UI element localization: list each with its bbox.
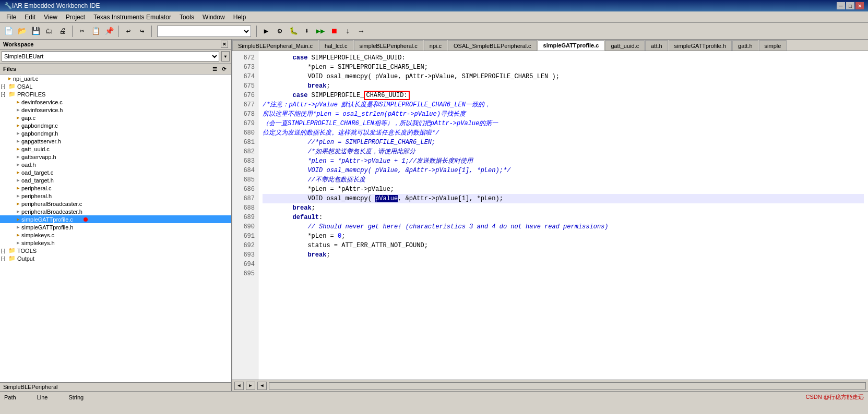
download-button[interactable]: ⬇	[301, 25, 313, 38]
tree-item-simplekeys-c[interactable]: ▸simplekeys.c	[0, 231, 231, 239]
tree-item-gapbondmgr-h[interactable]: ▸gapbondmgr.h	[0, 129, 231, 137]
tree-item-Output[interactable]: [-]📁Output	[0, 254, 231, 262]
new-button[interactable]: 📄	[2, 25, 15, 38]
menu-item-window[interactable]: Window	[198, 13, 229, 22]
horizontal-scrollbar[interactable]	[269, 382, 866, 389]
tree-item-oad_target-h[interactable]: ▸oad_target.h	[0, 176, 231, 184]
tree-expand-icon: [-]	[1, 248, 8, 253]
tree-item-OSAL[interactable]: [-]📁OSAL	[0, 82, 231, 90]
code-line-673[interactable]: *pLen = SIMPLEPROFILE_CHAR5_LEN;	[263, 63, 864, 72]
tree-item-devinfoservice-h[interactable]: ▸devinfoservice.h	[0, 106, 231, 114]
code-line-678[interactable]: 所以这里不能使用*pLen = osal_strlen(pAttr->pValu…	[263, 109, 864, 119]
paste-button[interactable]: 📌	[103, 25, 115, 38]
scroll-right-button[interactable]: ▶	[246, 382, 255, 390]
tab-6[interactable]: gatt_uuid.c	[605, 40, 645, 51]
refresh-button[interactable]: ⟳	[220, 65, 228, 73]
tree-item-simplekeys-h[interactable]: ▸simplekeys.h	[0, 239, 231, 247]
tab-4[interactable]: OSAL_SimpleBLEPeripheral.c	[448, 40, 537, 51]
step-button[interactable]: ↓	[341, 25, 354, 38]
save-button[interactable]: 💾	[29, 25, 42, 38]
tab-1[interactable]: hal_lcd.c	[319, 40, 353, 51]
code-line-679[interactable]: （会一直SIMPLEPROFILE_CHAR6_LEN相等），所以我们把pAtt…	[263, 119, 864, 128]
undo-button[interactable]: ↩	[122, 25, 135, 38]
code-line-682[interactable]: //*pLen = SIMPLEPROFILE_CHAR6_LEN;	[263, 138, 864, 147]
code-line-695[interactable]: break;	[263, 250, 864, 260]
menu-item-view[interactable]: View	[40, 13, 62, 22]
copy-button[interactable]: 📋	[89, 25, 102, 38]
tree-item-oad_target-c[interactable]: ▸oad_target.c	[0, 168, 231, 176]
file-tree: ▸npi_uart.c[-]📁OSAL[-]📁PROFILES▸devinfos…	[0, 75, 231, 382]
filter-button[interactable]: ☰	[210, 65, 219, 73]
tree-item-simpleGATTprofile-h[interactable]: ▸simpleGATTprofile.h	[0, 223, 231, 231]
tree-item-PROFILES[interactable]: [-]📁PROFILES	[0, 90, 231, 98]
tab-5[interactable]: simpleGATTprofile.c	[538, 40, 605, 51]
tree-item-gap-c[interactable]: ▸gap.c	[0, 114, 231, 121]
menu-item-help[interactable]: Help	[229, 13, 251, 22]
menu-item-file[interactable]: File	[2, 13, 20, 22]
code-line-676[interactable]: case SIMPLEPROFILE_CHAR6_UUID:	[263, 91, 864, 100]
code-line-683[interactable]: /*如果想发送带包长度，请使用此部分	[263, 147, 864, 156]
code-line-693[interactable]: *pLen = 0;	[263, 232, 864, 241]
redo-button[interactable]: ↪	[136, 25, 148, 38]
code-line-674[interactable]: VOID osal_memcpy( pValue, pAttr->pValue,…	[263, 72, 864, 81]
code-line-686[interactable]: //不带此包数据长度	[263, 175, 864, 185]
close-button[interactable]: ✕	[855, 2, 864, 9]
tree-item-gapbondmgr-c[interactable]: ▸gapbondmgr.c	[0, 121, 231, 129]
menu-item-project[interactable]: Project	[62, 13, 89, 22]
maximize-button[interactable]: □	[846, 2, 854, 9]
tab-3[interactable]: npi.c	[424, 40, 447, 51]
code-line-687[interactable]: *pLen = *pAttr->pValue;	[263, 185, 864, 194]
tab-10[interactable]: simple	[759, 40, 787, 51]
compile-button[interactable]: ▶	[260, 25, 272, 38]
tree-item-npi_uart-c[interactable]: ▸npi_uart.c	[0, 75, 231, 82]
code-line-675[interactable]: break;	[263, 81, 864, 91]
stepover-button[interactable]: →	[355, 25, 367, 38]
build-button[interactable]: ⚙	[274, 25, 286, 38]
workspace-project-select[interactable]: SimpleBLEUart	[2, 51, 219, 62]
code-line-690[interactable]: break;	[263, 203, 864, 213]
tree-file-icon: ▸	[17, 161, 20, 168]
tree-item-peripheral-h[interactable]: ▸peripheral.h	[0, 192, 231, 200]
code-line-691[interactable]: default:	[263, 213, 864, 222]
stop-button[interactable]: ⏹	[328, 25, 340, 38]
code-line-672[interactable]: case SIMPLEPROFILE_CHAR5_UUID:	[263, 53, 864, 63]
tab-2[interactable]: simpleBLEPeripheral.c	[354, 40, 423, 51]
save-all-button[interactable]: 🗂	[43, 25, 55, 38]
tree-item-gatt_uuid-c[interactable]: ▸gatt_uuid.c	[0, 145, 231, 153]
code-line-680[interactable]: 位定义为发送的数据长度。这样就可以发送任意长度的数据啦*/	[263, 128, 864, 138]
menu-item-edit[interactable]: Edit	[20, 13, 40, 22]
workspace-close-button[interactable]: ✕	[221, 41, 228, 48]
run-button[interactable]: ▶▶	[314, 25, 327, 38]
code-line-694[interactable]: status = ATT_ERR_ATTR_NOT_FOUND;	[263, 241, 864, 250]
tree-item-simpleGATTprofile-c[interactable]: ▸simpleGATTprofile.c	[0, 215, 231, 223]
menu-item-texas-instruments-emulator[interactable]: Texas Instruments Emulator	[89, 13, 175, 22]
tree-item-peripheral-c[interactable]: ▸peripheral.c	[0, 184, 231, 192]
tree-item-peripheralBroadcaster-h[interactable]: ▸peripheralBroadcaster.h	[0, 208, 231, 215]
code-line-685[interactable]: VOID osal_memcpy( pValue, &pAttr->pValue…	[263, 166, 864, 175]
tree-item-gapgattserver-h[interactable]: ▸gapgattserver.h	[0, 137, 231, 145]
workspace-arrow-button[interactable]: ▼	[221, 51, 230, 62]
tab-9[interactable]: gatt.h	[732, 40, 758, 51]
minimize-button[interactable]: ─	[837, 2, 845, 9]
tab-8[interactable]: simpleGATTprofile.h	[669, 40, 732, 51]
scroll-btn-2[interactable]: ◀	[257, 382, 267, 390]
tree-item-gattservapp-h[interactable]: ▸gattservapp.h	[0, 153, 231, 161]
config-dropdown[interactable]	[157, 26, 251, 37]
code-line-677[interactable]: /*注意：pAttr->pValue 默认长度是和SIMPLEPROFILE_C…	[263, 100, 864, 109]
code-line-688[interactable]: VOID osal_memcpy( pValue, &pAttr->pValue…	[263, 194, 864, 203]
cut-button[interactable]: ✂	[76, 25, 88, 38]
debug-button[interactable]: 🐛	[287, 25, 300, 38]
tree-item-devinfoservice-c[interactable]: ▸devinfoservice.c	[0, 98, 231, 106]
code-editor[interactable]: case SIMPLEPROFILE_CHAR5_UUID: *pLen = S…	[258, 51, 868, 380]
menu-item-tools[interactable]: Tools	[175, 13, 198, 22]
code-line-692[interactable]: // Should never get here! (characteristi…	[263, 222, 864, 232]
print-button[interactable]: 🖨	[56, 25, 69, 38]
tree-item-oad-h[interactable]: ▸oad.h	[0, 161, 231, 168]
tab-0[interactable]: SimpleBLEPeripheral_Main.c	[232, 40, 318, 51]
tree-item-TOOLS[interactable]: [-]📁TOOLS	[0, 247, 231, 254]
code-line-684[interactable]: *pLen = *pAttr->pValue + 1;//发送数据长度时使用	[263, 156, 864, 166]
tab-7[interactable]: att.h	[645, 40, 668, 51]
open-button[interactable]: 📂	[16, 25, 28, 38]
scroll-left-button[interactable]: ◀	[234, 382, 244, 390]
tree-item-peripheralBroadcaster-c[interactable]: ▸peripheralBroadcaster.c	[0, 200, 231, 208]
